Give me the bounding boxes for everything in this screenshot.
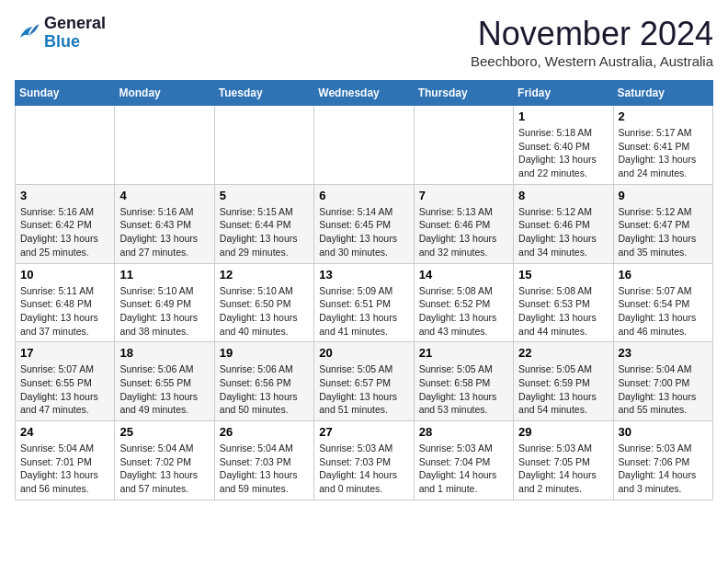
day-info: Sunrise: 5:07 AMSunset: 6:55 PMDaylight:…	[20, 362, 109, 417]
day-number: 22	[518, 346, 608, 360]
day-info: Sunrise: 5:11 AMSunset: 6:48 PMDaylight:…	[20, 284, 109, 339]
day-info: Sunrise: 5:09 AMSunset: 6:51 PMDaylight:…	[319, 284, 408, 339]
calendar-cell	[16, 106, 115, 185]
calendar-cell: 29Sunrise: 5:03 AMSunset: 7:05 PMDayligh…	[514, 421, 613, 500]
day-info: Sunrise: 5:06 AMSunset: 6:56 PMDaylight:…	[220, 362, 309, 417]
title-section: November 2024 Beechboro, Western Austral…	[471, 15, 713, 69]
calendar-cell: 22Sunrise: 5:05 AMSunset: 6:59 PMDayligh…	[514, 342, 613, 421]
day-info: Sunrise: 5:03 AMSunset: 7:03 PMDaylight:…	[319, 442, 408, 496]
day-info: Sunrise: 5:04 AMSunset: 7:02 PMDaylight:…	[119, 442, 209, 496]
calendar-cell: 13Sunrise: 5:09 AMSunset: 6:51 PMDayligh…	[314, 263, 414, 342]
calendar-cell: 28Sunrise: 5:03 AMSunset: 7:04 PMDayligh…	[414, 421, 513, 500]
day-number: 2	[619, 109, 708, 123]
month-title: November 2024	[471, 15, 713, 53]
day-number: 20	[319, 346, 408, 360]
calendar-cell: 4Sunrise: 5:16 AMSunset: 6:43 PMDaylight…	[115, 184, 214, 263]
calendar-cell	[214, 106, 313, 185]
day-info: Sunrise: 5:18 AMSunset: 6:40 PMDaylight:…	[518, 126, 608, 180]
logo-icon	[15, 20, 40, 46]
day-number: 8	[518, 189, 608, 202]
day-info: Sunrise: 5:03 AMSunset: 7:04 PMDaylight:…	[419, 442, 508, 496]
calendar-cell: 20Sunrise: 5:05 AMSunset: 6:57 PMDayligh…	[314, 342, 414, 421]
day-info: Sunrise: 5:03 AMSunset: 7:05 PMDaylight:…	[518, 442, 608, 496]
day-number: 18	[119, 346, 209, 360]
day-info: Sunrise: 5:14 AMSunset: 6:45 PMDaylight:…	[319, 205, 408, 259]
day-number: 11	[119, 268, 209, 282]
day-number: 17	[20, 346, 109, 360]
calendar-cell: 15Sunrise: 5:08 AMSunset: 6:53 PMDayligh…	[514, 263, 613, 342]
calendar-cell: 19Sunrise: 5:06 AMSunset: 6:56 PMDayligh…	[214, 342, 313, 421]
calendar-cell	[414, 106, 513, 185]
calendar-cell	[314, 106, 414, 185]
logo-text-line1: General	[44, 15, 106, 33]
calendar-cell: 23Sunrise: 5:04 AMSunset: 7:00 PMDayligh…	[613, 342, 712, 421]
day-number: 10	[20, 268, 109, 282]
day-number: 14	[419, 268, 508, 282]
calendar-cell: 21Sunrise: 5:05 AMSunset: 6:58 PMDayligh…	[414, 342, 513, 421]
day-number: 9	[619, 189, 708, 202]
calendar-cell	[115, 106, 214, 185]
header-wednesday: Wednesday	[314, 81, 414, 106]
day-info: Sunrise: 5:10 AMSunset: 6:49 PMDaylight:…	[119, 284, 209, 339]
week-row-5: 24Sunrise: 5:04 AMSunset: 7:01 PMDayligh…	[16, 421, 713, 500]
day-number: 15	[518, 268, 608, 282]
calendar-cell: 6Sunrise: 5:14 AMSunset: 6:45 PMDaylight…	[314, 184, 414, 263]
day-number: 27	[319, 425, 408, 439]
header-saturday: Saturday	[613, 81, 712, 106]
day-info: Sunrise: 5:04 AMSunset: 7:03 PMDaylight:…	[220, 442, 309, 496]
day-number: 28	[419, 425, 508, 439]
week-row-1: 1Sunrise: 5:18 AMSunset: 6:40 PMDaylight…	[16, 106, 713, 185]
day-info: Sunrise: 5:03 AMSunset: 7:06 PMDaylight:…	[619, 442, 708, 496]
calendar-cell: 24Sunrise: 5:04 AMSunset: 7:01 PMDayligh…	[16, 421, 115, 500]
day-number: 12	[220, 268, 309, 282]
day-info: Sunrise: 5:10 AMSunset: 6:50 PMDaylight:…	[220, 284, 309, 339]
day-info: Sunrise: 5:16 AMSunset: 6:43 PMDaylight:…	[119, 205, 209, 259]
day-number: 29	[518, 425, 608, 439]
calendar-cell: 11Sunrise: 5:10 AMSunset: 6:49 PMDayligh…	[115, 263, 214, 342]
day-number: 7	[419, 189, 508, 202]
day-number: 6	[319, 189, 408, 202]
day-number: 26	[220, 425, 309, 439]
calendar-cell: 25Sunrise: 5:04 AMSunset: 7:02 PMDayligh…	[115, 421, 214, 500]
calendar-header-row: SundayMondayTuesdayWednesdayThursdayFrid…	[16, 81, 713, 106]
calendar-table: SundayMondayTuesdayWednesdayThursdayFrid…	[15, 80, 713, 500]
day-number: 13	[319, 268, 408, 282]
page-header: General Blue November 2024 Beechboro, We…	[15, 15, 713, 69]
calendar-cell: 27Sunrise: 5:03 AMSunset: 7:03 PMDayligh…	[314, 421, 414, 500]
calendar-cell: 30Sunrise: 5:03 AMSunset: 7:06 PMDayligh…	[613, 421, 712, 500]
day-number: 21	[419, 346, 508, 360]
calendar-cell: 18Sunrise: 5:06 AMSunset: 6:55 PMDayligh…	[115, 342, 214, 421]
week-row-4: 17Sunrise: 5:07 AMSunset: 6:55 PMDayligh…	[16, 342, 713, 421]
day-number: 23	[619, 346, 708, 360]
day-number: 1	[518, 109, 608, 123]
day-info: Sunrise: 5:15 AMSunset: 6:44 PMDaylight:…	[220, 205, 309, 259]
day-info: Sunrise: 5:05 AMSunset: 6:58 PMDaylight:…	[419, 362, 508, 417]
calendar-cell: 2Sunrise: 5:17 AMSunset: 6:41 PMDaylight…	[613, 106, 712, 185]
calendar-cell: 26Sunrise: 5:04 AMSunset: 7:03 PMDayligh…	[214, 421, 313, 500]
day-info: Sunrise: 5:06 AMSunset: 6:55 PMDaylight:…	[119, 362, 209, 417]
header-tuesday: Tuesday	[214, 81, 313, 106]
day-info: Sunrise: 5:07 AMSunset: 6:54 PMDaylight:…	[619, 284, 708, 339]
day-number: 4	[119, 189, 209, 202]
calendar-cell: 16Sunrise: 5:07 AMSunset: 6:54 PMDayligh…	[613, 263, 712, 342]
calendar-cell: 9Sunrise: 5:12 AMSunset: 6:47 PMDaylight…	[613, 184, 712, 263]
logo: General Blue	[15, 15, 106, 52]
calendar-cell: 5Sunrise: 5:15 AMSunset: 6:44 PMDaylight…	[214, 184, 313, 263]
location-subtitle: Beechboro, Western Australia, Australia	[471, 53, 713, 69]
day-number: 25	[119, 425, 209, 439]
calendar-cell: 7Sunrise: 5:13 AMSunset: 6:46 PMDaylight…	[414, 184, 513, 263]
day-info: Sunrise: 5:12 AMSunset: 6:46 PMDaylight:…	[518, 205, 608, 259]
day-info: Sunrise: 5:17 AMSunset: 6:41 PMDaylight:…	[619, 126, 708, 180]
calendar-cell: 3Sunrise: 5:16 AMSunset: 6:42 PMDaylight…	[16, 184, 115, 263]
day-number: 24	[20, 425, 109, 439]
header-friday: Friday	[514, 81, 613, 106]
day-number: 19	[220, 346, 309, 360]
week-row-3: 10Sunrise: 5:11 AMSunset: 6:48 PMDayligh…	[16, 263, 713, 342]
logo-text-line2: Blue	[44, 33, 106, 52]
day-info: Sunrise: 5:16 AMSunset: 6:42 PMDaylight:…	[20, 205, 109, 259]
week-row-2: 3Sunrise: 5:16 AMSunset: 6:42 PMDaylight…	[16, 184, 713, 263]
day-info: Sunrise: 5:05 AMSunset: 6:59 PMDaylight:…	[518, 362, 608, 417]
day-info: Sunrise: 5:04 AMSunset: 7:01 PMDaylight:…	[20, 442, 109, 496]
day-info: Sunrise: 5:12 AMSunset: 6:47 PMDaylight:…	[619, 205, 708, 259]
calendar-cell: 17Sunrise: 5:07 AMSunset: 6:55 PMDayligh…	[16, 342, 115, 421]
